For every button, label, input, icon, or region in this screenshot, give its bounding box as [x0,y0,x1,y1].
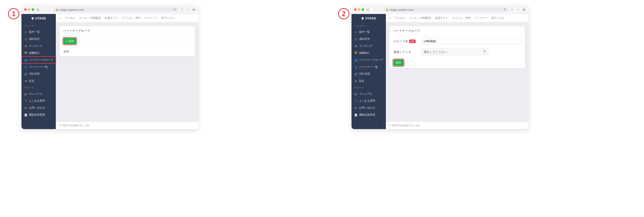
logo[interactable]: UTAGE [352,14,386,23]
hamburger-icon[interactable]: ≡ [59,17,61,20]
sidebar-item-settings[interactable]: ⚙設定 [352,77,386,84]
sidebar-icon[interactable]: ▥ [366,8,370,11]
reload-icon[interactable]: ↻ [504,8,506,11]
scenario-select[interactable]: 選択してください [421,49,488,55]
sidebar-collapse[interactable]: ‹ [352,123,386,129]
sidebar-item-manual[interactable]: 🕮マニュアル [352,90,386,97]
new-tab-icon[interactable]: + [516,8,520,11]
topnav-item[interactable]: パートナー [144,16,158,20]
user-icon: 👤 [24,66,27,69]
link-icon: 🔗 [354,73,357,76]
new-tab-icon[interactable]: + [186,8,190,11]
sidebar-section-partner: パートナー [21,23,56,29]
sidebar-item-contracts[interactable]: ◷成約状況 [352,35,386,42]
sidebar-item-url[interactable]: 🔗URL管理 [352,70,386,77]
close-icon[interactable] [354,8,357,11]
share-icon[interactable]: ⇪ [510,8,514,11]
sidebar-collapse[interactable]: ‹ [21,123,56,129]
add-button[interactable]: + 追加 [63,38,76,44]
url-bar[interactable]: 🔒 utage-system.com ↻ [53,7,178,12]
browser-chrome: ▥ ‹ › 🔒 utage-system.com ↻ ⇪ + ▣ [352,5,529,14]
main: ≡ ファネル メール・LINE配信 会員サイト イベント・予約 パートナー AI… [386,14,529,129]
sidebar-item-label: 設定 [29,79,34,83]
sidebar-item-label: 成約状況 [359,37,370,41]
sidebar-item-cases[interactable]: ≡案件一覧 [21,29,56,35]
card-title: パートナーグループ [390,26,525,36]
sidebar-item-partner-list[interactable]: 👤パートナー一覧 [352,63,386,70]
pie-icon: ◷ [24,38,27,41]
traffic-lights [354,8,364,11]
sidebar-item-label: 機能改善要望 [29,113,45,117]
crown-icon: ♛ [24,45,27,48]
topnav-item[interactable]: AIアシスト [492,16,505,20]
minimize-icon[interactable] [358,8,360,11]
partner-group-card: パートナーグループ + 追加 名称 [60,26,195,56]
form-row-save: 保存 [390,57,525,68]
back-icon[interactable]: ‹ [373,8,377,11]
sidebar-item-contracts[interactable]: ◷成約状況 [21,35,56,42]
tabs-icon[interactable]: ▣ [192,8,196,11]
zoom-icon[interactable] [362,8,364,11]
sidebar-item-cases[interactable]: ≡案件一覧 [352,29,386,35]
browser-chrome: ▥ ‹ › 🔒 utage-system.com ↻ ⇪ + ▣ [21,5,199,14]
sidebar: UTAGE パートナー ≡案件一覧 ◷成約状況 ♛ランキング 🏆報酬集計 👥パー… [21,14,56,129]
sidebar-item-reward[interactable]: 🏆報酬集計 [352,49,386,56]
url-bar[interactable]: 🔒 utage-system.com ↻ [383,7,508,12]
chevron-left-icon: ‹ [53,124,54,128]
list-icon: ≡ [354,31,357,34]
sidebar-item-url[interactable]: 🔗URL管理 [21,70,56,77]
reload-icon[interactable]: ↻ [174,8,176,11]
topnav-item[interactable]: AIアシスト [162,16,175,20]
sidebar-item-faq[interactable]: ?よくある質問 [21,97,56,104]
sidebar-item-contact[interactable]: ✉お問い合わせ [21,104,56,111]
sidebar-item-label: 案件一覧 [359,30,370,34]
save-button[interactable]: 保存 [393,59,404,66]
sidebar-item-label: 機能改善要望 [359,113,375,117]
traffic-lights [24,8,34,11]
topnav-item[interactable]: イベント・予約 [452,16,471,20]
label-scenario: 連携シナリオ [393,50,411,54]
topnav-item[interactable]: イベント・予約 [122,16,141,20]
sidebar-item-ranking[interactable]: ♛ランキング [352,42,386,49]
column-name: 名称 [60,47,195,56]
sidebar-item-partner-list[interactable]: 👤パートナー一覧 [21,63,56,70]
sidebar-item-faq[interactable]: ?よくある質問 [352,97,386,104]
sidebar-item-partner-group[interactable]: 👥パートナーグループ [21,56,56,63]
lock-icon: 🔒 [386,8,389,11]
gear-icon: ⚙ [354,80,357,83]
sidebar-item-ranking[interactable]: ♛ランキング [21,42,56,49]
topnav-item[interactable]: ファネル [64,16,75,20]
tabs-icon[interactable]: ▣ [522,8,526,11]
topnav-item[interactable]: 会員サイト [435,16,448,20]
sidebar-item-feedback[interactable]: 📄機能改善要望 [21,111,56,118]
group-name-input[interactable] [421,38,521,44]
sidebar: UTAGE パートナー ≡案件一覧 ◷成約状況 ♛ランキング 🏆報酬集計 👥パー… [352,14,386,129]
forward-icon[interactable]: › [47,8,52,11]
url-text: utage-system.com [390,8,414,11]
logo[interactable]: UTAGE [21,14,56,23]
sidebar-item-manual[interactable]: 🕮マニュアル [21,90,56,97]
forward-icon[interactable]: › [378,8,382,11]
back-icon[interactable]: ‹ [43,8,47,11]
sidebar-item-partner-group[interactable]: 👥パートナーグループ [352,56,386,63]
topnav-item[interactable]: メール・LINE配信 [409,16,431,20]
sidebar-item-feedback[interactable]: 📄機能改善要望 [352,111,386,118]
sidebar-item-label: 設定 [359,79,364,83]
close-icon[interactable] [24,8,27,11]
topnav-item[interactable]: 会員サイト [105,16,118,20]
footer: © 2024 Fountain Co., Ltd. [56,122,199,129]
zoom-icon[interactable] [32,8,34,11]
topnav-item[interactable]: ファネル [394,16,405,20]
sidebar-item-label: マニュアル [29,92,42,96]
sidebar-item-reward[interactable]: 🏆報酬集計 [21,49,56,56]
url-text: utage-system.com [60,8,84,11]
topnav-item[interactable]: パートナー [474,16,488,20]
sidebar-icon[interactable]: ▥ [36,8,40,11]
hamburger-icon[interactable]: ≡ [389,17,391,20]
add-button-label: 追加 [68,39,74,43]
sidebar-item-settings[interactable]: ⚙設定 [21,77,56,84]
sidebar-item-contact[interactable]: ✉お問い合わせ [352,104,386,111]
minimize-icon[interactable] [28,8,30,11]
share-icon[interactable]: ⇪ [180,8,184,11]
topnav-item[interactable]: メール・LINE配信 [79,16,101,20]
